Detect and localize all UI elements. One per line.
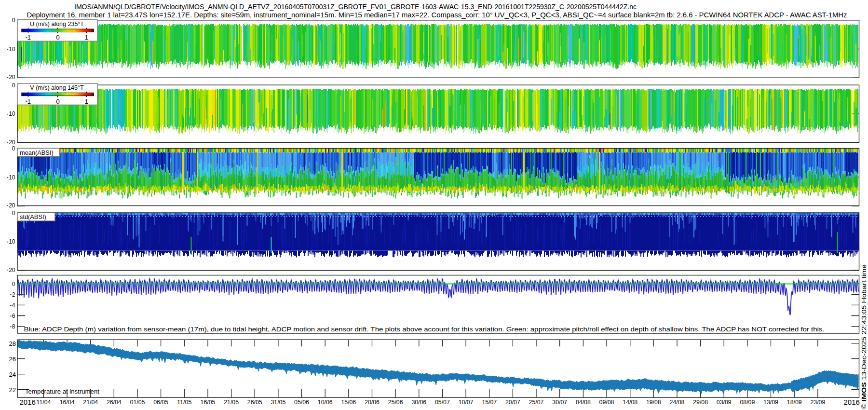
svg-text:0: 0 [56,34,60,41]
svg-text:20/07: 20/07 [505,399,520,406]
svg-text:© IMOS 13-Dec-2025 22:43:05 Ho: © IMOS 13-Dec-2025 22:43:05 Hobart time [861,264,868,409]
svg-text:04/08: 04/08 [576,399,591,406]
svg-text:06/05: 06/05 [153,399,168,406]
svg-text:1: 1 [27,34,31,41]
svg-text:0: 0 [12,281,15,287]
svg-text:25/06: 25/06 [388,399,403,406]
svg-text:6: 6 [12,313,15,319]
svg-text:11/05: 11/05 [177,399,191,406]
svg-text:31/05: 31/05 [271,399,286,406]
svg-text:16/05: 16/05 [201,399,216,406]
svg-text:0: 0 [56,98,60,105]
svg-text:10/06: 10/06 [318,399,333,406]
svg-text:29/08: 29/08 [693,399,708,406]
svg-text:28: 28 [9,340,16,347]
svg-text:std(ABSI): std(ABSI) [20,213,46,220]
svg-text:01/05: 01/05 [130,399,145,406]
svg-text:14/08: 14/08 [623,399,637,406]
svg-text:13/09: 13/09 [763,399,778,406]
svg-text:IMOS/ANMN/QLD/GBROTE/Velocity/: IMOS/ANMN/QLD/GBROTE/Velocity/IMOS_ANMN-… [74,3,637,11]
svg-text:0: 0 [12,210,15,217]
svg-text:V (m/s) along 145°T: V (m/s) along 145°T [30,84,84,91]
svg-text:18/09: 18/09 [787,399,802,406]
svg-text:05/07: 05/07 [435,399,450,406]
svg-text:Deployment 16, member 1 lat=23: Deployment 16, member 1 lat=23.47S lon=1… [27,11,847,19]
svg-text:26/04: 26/04 [107,399,122,406]
svg-text:26: 26 [9,355,16,363]
svg-text:15/06: 15/06 [341,399,356,406]
svg-text:10/07: 10/07 [459,399,474,406]
svg-text:20: 20 [9,74,15,81]
svg-text:23/09: 23/09 [811,399,826,406]
svg-text:08/09: 08/09 [740,399,755,406]
svg-text:8: 8 [12,323,15,330]
svg-text:mean(ABSI): mean(ABSI) [20,149,54,156]
svg-text:2: 2 [12,291,15,298]
svg-text:2016: 2016 [20,398,36,406]
svg-text:19/08: 19/08 [646,399,661,406]
svg-text:20: 20 [9,267,15,273]
svg-text:Temperature at instrument: Temperature at instrument [25,388,99,395]
svg-text:16/04: 16/04 [60,399,75,406]
svg-text:20/06: 20/06 [365,399,380,406]
svg-text:1: 1 [85,98,89,105]
svg-text:1: 1 [85,34,89,41]
svg-text:0: 0 [12,145,15,152]
svg-text:11/04: 11/04 [36,399,51,406]
svg-text:24: 24 [9,371,16,378]
svg-text:20: 20 [9,139,15,146]
svg-text:10: 10 [9,46,15,53]
svg-text:0: 0 [12,82,15,89]
svg-text:4: 4 [12,302,15,309]
svg-text:1: 1 [27,98,31,105]
svg-text:10: 10 [9,238,15,245]
svg-text:10: 10 [9,110,15,117]
svg-text:Blue: ADCP Depth (m) variation: Blue: ADCP Depth (m) variation from sens… [24,326,825,333]
svg-text:30/06: 30/06 [411,399,426,406]
svg-text:0: 0 [12,17,15,24]
svg-text:21/04: 21/04 [83,399,98,406]
svg-text:30/07: 30/07 [552,399,567,406]
svg-text:03/09: 03/09 [717,399,732,406]
svg-text:22: 22 [9,386,16,394]
svg-text:10: 10 [9,174,15,181]
svg-text:U (m/s) along 235°T: U (m/s) along 235°T [30,21,84,27]
svg-text:2016: 2016 [844,398,860,406]
svg-text:15/07: 15/07 [482,399,497,406]
svg-text:20: 20 [9,202,15,209]
svg-text:09/08: 09/08 [599,399,614,406]
svg-text:25/07: 25/07 [529,399,544,406]
svg-text:26/05: 26/05 [247,399,262,406]
svg-text:24/08: 24/08 [670,399,685,406]
svg-text:05/06: 05/06 [294,399,309,406]
svg-text:21/05: 21/05 [224,399,239,406]
